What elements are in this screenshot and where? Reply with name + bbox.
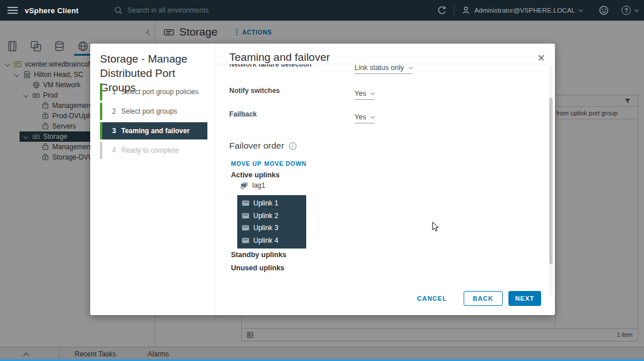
top-bar: vSphere Client Administrator@VSPHERE.LOC…: [0, 0, 644, 21]
selected-uplinks-block: Uplink 1 Uplink 2 Uplink 3: [237, 195, 306, 249]
uplink-item[interactable]: Uplink 1: [237, 199, 306, 207]
wizard-steps-panel: Storage - Manage Distributed Port Groups…: [90, 44, 215, 315]
topbar-divider: [454, 5, 454, 15]
step-heading: Teaming and failover: [229, 51, 330, 64]
scrollbar-thumb[interactable]: [549, 98, 553, 264]
lag-item[interactable]: lag1: [240, 181, 265, 189]
uplink-label: Uplink 4: [253, 236, 278, 244]
step-label: Select port groups: [121, 107, 177, 115]
refresh-icon[interactable]: [437, 6, 447, 15]
mouse-cursor: [432, 222, 439, 232]
step-number: 3: [107, 127, 116, 135]
info-icon[interactable]: i: [289, 142, 296, 150]
uplink-item[interactable]: Uplink 4: [237, 236, 306, 244]
uplink-icon: [242, 200, 249, 206]
manage-port-groups-wizard: Storage - Manage Distributed Port Groups…: [90, 44, 555, 315]
select-value: Link status only: [354, 64, 404, 72]
search-icon: [114, 6, 123, 15]
failover-order-heading: Failover order i: [229, 141, 296, 151]
user-menu[interactable]: Administrator@VSPHERE.LOCAL: [475, 7, 575, 14]
back-button[interactable]: BACK: [464, 291, 503, 306]
failback-select[interactable]: Yes: [354, 113, 375, 123]
user-icon: [461, 6, 471, 15]
wizard-step-3-active[interactable]: 3 Teaming and failover: [100, 122, 207, 139]
network-failure-detection-select[interactable]: Link status only: [354, 64, 412, 74]
chevron-down-icon: [371, 91, 375, 95]
field-label-notify-switches: Notify switches: [229, 87, 280, 95]
wizard-step-4: 4 Ready to complete: [100, 142, 207, 159]
step-number: 1: [107, 88, 116, 96]
app-title: vSphere Client: [25, 6, 79, 15]
chevron-down-icon: [409, 65, 413, 69]
chevron-down-icon: [371, 114, 375, 118]
unused-uplinks-label: Unused uplinks: [231, 264, 284, 272]
wizard-step-1[interactable]: 1 Select port group policies: [100, 83, 207, 100]
wizard-scroll-area: Network failure detection Link status on…: [229, 64, 539, 281]
wizard-step-2[interactable]: 2 Select port groups: [100, 103, 207, 120]
cancel-button[interactable]: CANCEL: [417, 295, 447, 302]
select-value: Yes: [354, 90, 366, 98]
uplink-icon: [242, 225, 249, 231]
wizard-footer: CANCEL BACK NEXT: [417, 291, 541, 306]
move-up-button[interactable]: MOVE UP: [231, 160, 261, 167]
search-input[interactable]: [128, 6, 265, 14]
uplink-label: Uplink 2: [253, 212, 278, 220]
global-search: [114, 6, 265, 15]
modal-scrollbar: [549, 66, 553, 296]
field-label-network-failure-detection: Network failure detection: [229, 64, 311, 68]
standby-uplinks-label: Standby uplinks: [231, 251, 287, 259]
hamburger-menu-icon[interactable]: [7, 7, 18, 14]
chevron-down-icon[interactable]: [579, 7, 583, 11]
uplink-item[interactable]: Uplink 3: [237, 224, 306, 232]
field-label-failback: Failback: [229, 110, 257, 118]
next-button[interactable]: NEXT: [508, 291, 541, 306]
step-label: Select port group policies: [121, 88, 199, 96]
uplink-item[interactable]: Uplink 2: [237, 212, 306, 220]
feedback-smiley-icon[interactable]: [599, 5, 609, 15]
uplink-icon: [242, 238, 249, 243]
step-number: 4: [107, 146, 116, 154]
select-value: Yes: [354, 113, 366, 121]
step-label: Teaming and failover: [121, 127, 190, 135]
active-uplinks-label: Active uplinks: [231, 171, 280, 179]
uplink-icon: [242, 213, 249, 219]
vsphere-client-app: vSphere Client Administrator@VSPHERE.LOC…: [0, 0, 644, 361]
lag-icon: [240, 182, 249, 189]
notify-switches-select[interactable]: Yes: [354, 90, 375, 100]
chevron-down-icon[interactable]: [634, 7, 638, 11]
uplink-label: Uplink 1: [253, 199, 278, 207]
lag-label: lag1: [252, 181, 265, 189]
help-icon[interactable]: ?: [622, 6, 631, 15]
close-icon[interactable]: ✕: [536, 53, 546, 64]
step-number: 2: [107, 107, 116, 115]
step-label: Ready to complete: [121, 146, 179, 154]
move-down-button[interactable]: MOVE DOWN: [264, 160, 306, 167]
uplink-label: Uplink 3: [253, 224, 278, 232]
